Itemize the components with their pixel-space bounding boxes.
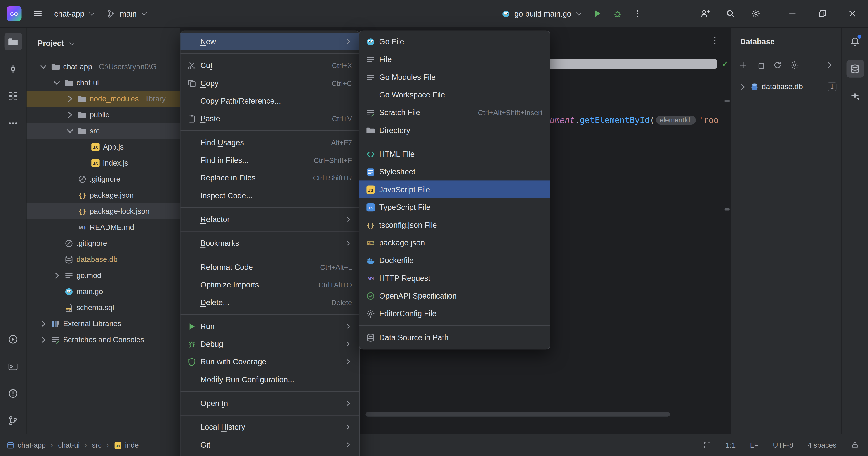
menu-item-typescript-file[interactable]: TSTypeScript File xyxy=(359,198,550,216)
project-panel-header[interactable]: Project xyxy=(27,28,180,59)
gear-icon[interactable] xyxy=(790,60,800,70)
project-tool-icon[interactable] xyxy=(4,33,22,50)
plus-icon[interactable] xyxy=(739,60,748,70)
tree-item-schema-sql[interactable]: SQLschema.sql xyxy=(27,300,180,316)
menu-item-paste[interactable]: PasteCtrl+V xyxy=(180,110,359,127)
menu-item-go-file[interactable]: Go File xyxy=(359,33,550,50)
tree-item-external-libraries[interactable]: External Libraries xyxy=(27,316,180,332)
menu-item-modify-run-configuration[interactable]: Modify Run Configuration... xyxy=(180,370,359,388)
menu-item-reformat-code[interactable]: Reformat CodeCtrl+Alt+L xyxy=(180,258,359,276)
menu-item-optimize-imports[interactable]: Optimize ImportsCtrl+Alt+O xyxy=(180,276,359,293)
chevron-right-icon[interactable] xyxy=(39,319,48,329)
code-with-me-button[interactable] xyxy=(696,5,713,22)
menu-item-dockerfile[interactable]: Dockerfile xyxy=(359,252,550,269)
settings-button[interactable] xyxy=(747,5,764,22)
menu-item-replace-in-files[interactable]: Replace in Files...Ctrl+Shift+R xyxy=(180,169,359,187)
run-config-widget[interactable]: go build main.go xyxy=(497,6,586,21)
indent-setting[interactable]: 4 spaces xyxy=(808,441,836,449)
breadcrumb-item-chat-app[interactable]: chat-app xyxy=(6,441,46,449)
vcs-widget[interactable]: main xyxy=(102,6,151,21)
version-control-tool-icon[interactable] xyxy=(4,412,22,429)
chevron-right-icon[interactable] xyxy=(739,82,747,91)
menu-item-openapi-specification[interactable]: OpenAPI Specification xyxy=(359,287,550,305)
menu-item-refactor[interactable]: Refactor xyxy=(180,210,359,228)
more-actions-button[interactable] xyxy=(629,5,645,22)
menu-item-debug[interactable]: Debug xyxy=(180,335,359,353)
lock-icon[interactable] xyxy=(851,441,859,449)
menu-item-package-json[interactable]: npmpackage.json xyxy=(359,234,550,251)
terminal-tool-icon[interactable] xyxy=(4,358,22,375)
chevron-down-icon[interactable] xyxy=(39,62,48,72)
tree-item-gitignore[interactable]: .gitignore xyxy=(27,171,180,187)
menu-item-run-with-coverage[interactable]: Run with Coverage xyxy=(180,353,359,370)
main-menu-icon[interactable] xyxy=(29,5,46,22)
chevron-right-icon[interactable] xyxy=(825,60,834,70)
chevron-right-icon[interactable] xyxy=(65,94,75,104)
menu-item-find-usages[interactable]: Find UsagesAlt+F7 xyxy=(180,134,359,151)
commit-tool-icon[interactable] xyxy=(4,60,22,77)
menu-item-copy-path-reference[interactable]: Copy Path/Reference... xyxy=(180,92,359,110)
chevron-right-icon[interactable] xyxy=(52,271,61,281)
inspections-ok-icon[interactable]: ✓ xyxy=(722,59,728,68)
horizontal-scrollbar[interactable] xyxy=(365,412,670,417)
chevron-down-icon[interactable] xyxy=(52,78,61,88)
run-tool-icon[interactable] xyxy=(4,330,22,348)
tree-item-index-js[interactable]: JSindex.js xyxy=(27,155,180,171)
tree-item-node-modules[interactable]: node_moduleslibrary xyxy=(27,91,180,107)
menu-item-file[interactable]: File xyxy=(359,51,550,68)
breadcrumb-item-src[interactable]: src xyxy=(92,441,101,449)
refresh-icon[interactable] xyxy=(773,60,782,70)
caret-position[interactable]: 1:1 xyxy=(725,441,736,449)
menu-item-scratch-file[interactable]: Scratch FileCtrl+Alt+Shift+Insert xyxy=(359,104,550,121)
menu-item-bookmarks[interactable]: Bookmarks xyxy=(180,234,359,252)
tree-item-package-lock-json[interactable]: {}package-lock.json xyxy=(27,203,180,220)
code-line[interactable]: ument.getElementById(elementId:'roo xyxy=(550,115,719,125)
menu-item-http-request[interactable]: APIHTTP Request xyxy=(359,269,550,287)
line-separator[interactable]: LF xyxy=(750,441,758,449)
menu-item-run[interactable]: Run xyxy=(180,317,359,335)
menu-item-new[interactable]: New xyxy=(180,33,359,50)
file-encoding[interactable]: UTF-8 xyxy=(773,441,793,449)
database-tool-icon[interactable] xyxy=(846,60,864,77)
search-everywhere-button[interactable] xyxy=(722,5,738,22)
tree-item-gitignore[interactable]: .gitignore xyxy=(27,235,180,252)
breadcrumb-item-inde[interactable]: JSinde xyxy=(114,441,138,449)
menu-item-cut[interactable]: CutCtrl+X xyxy=(180,57,359,74)
menu-item-html-file[interactable]: HTML File xyxy=(359,145,550,163)
menu-item-data-source-in-path[interactable]: Data Source in Path xyxy=(359,329,550,346)
menu-item-stylesheet[interactable]: Stylesheet xyxy=(359,163,550,180)
tree-item-go-mod[interactable]: go.mod xyxy=(27,267,180,284)
more-tool-windows-tool-icon[interactable] xyxy=(4,114,22,132)
menu-item-go-modules-file[interactable]: Go Modules File xyxy=(359,68,550,86)
menu-item-inspect-code[interactable]: Inspect Code... xyxy=(180,187,359,204)
menu-item-javascript-file[interactable]: JSJavaScript File xyxy=(359,180,550,198)
tree-item-chat-app[interactable]: chat-appC:\Users\ryan0\G xyxy=(27,59,180,75)
menu-item-open-in[interactable]: Open In xyxy=(180,395,359,412)
expand-corners-icon[interactable] xyxy=(703,441,711,449)
chevron-down-icon[interactable] xyxy=(65,126,75,136)
close-button[interactable] xyxy=(844,5,860,22)
project-widget[interactable]: chat-app xyxy=(49,6,99,21)
menu-item-go-workspace-file[interactable]: Go Workspace File xyxy=(359,86,550,104)
tree-item-public[interactable]: public xyxy=(27,107,180,123)
notifications-tool-icon[interactable] xyxy=(846,33,864,50)
problems-tool-icon[interactable] xyxy=(4,384,22,402)
chevron-right-icon[interactable] xyxy=(65,110,75,120)
tree-item-readme-md[interactable]: MREADME.md xyxy=(27,220,180,235)
copy-icon[interactable] xyxy=(756,60,765,70)
tree-item-src[interactable]: src xyxy=(27,123,180,139)
menu-item-local-history[interactable]: Local History xyxy=(180,418,359,436)
chevron-right-icon[interactable] xyxy=(39,335,48,345)
tree-item-database-db[interactable]: database.db xyxy=(27,252,180,267)
menu-item-find-in-files[interactable]: Find in Files...Ctrl+Shift+F xyxy=(180,151,359,169)
menu-item-delete[interactable]: Delete...Delete xyxy=(180,293,359,311)
menu-item-editorconfig-file[interactable]: EditorConfig File xyxy=(359,305,550,322)
menu-item-tsconfig-json-file[interactable]: {}tsconfig.json File xyxy=(359,216,550,234)
menu-item-directory[interactable]: Directory xyxy=(359,121,550,139)
tree-item-chat-ui[interactable]: chat-ui xyxy=(27,75,180,91)
database-source-row[interactable]: database.db 1 xyxy=(731,79,841,95)
menu-item-git[interactable]: Git xyxy=(180,436,359,454)
tree-item-package-json[interactable]: {}package.json xyxy=(27,187,180,203)
structure-tool-icon[interactable] xyxy=(4,87,22,105)
tree-item-scratches-and-consoles[interactable]: Scratches and Consoles xyxy=(27,332,180,348)
